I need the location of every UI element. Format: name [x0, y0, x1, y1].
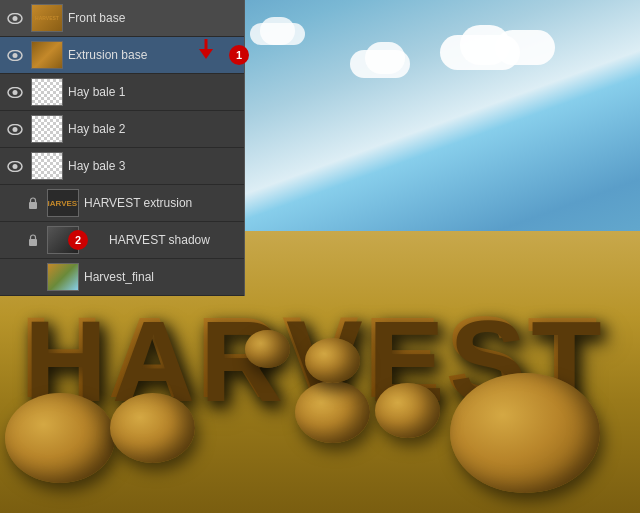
layer-name-hay-2: Hay bale 2: [68, 122, 240, 136]
lock-icon-harvest-final: [26, 270, 40, 284]
layer-name-harvest-final: Harvest_final: [84, 270, 240, 284]
svg-point-1: [13, 16, 18, 21]
layer-row-extrusion-base[interactable]: 1 Extrusion base: [0, 37, 244, 74]
annotation-circle-2: 2: [68, 230, 88, 250]
svg-point-12: [8, 198, 22, 208]
lock-icon-harvest-extrusion: [26, 196, 40, 210]
svg-rect-14: [29, 239, 37, 246]
layer-name-hay-3: Hay bale 3: [68, 159, 240, 173]
annotation-circle-1: 1: [229, 45, 249, 65]
layer-name-harvest-extrusion: HARVEST extrusion: [84, 196, 240, 210]
svg-rect-13: [29, 202, 37, 209]
visibility-eye-hay-1[interactable]: [4, 81, 26, 103]
visibility-eye-harvest-extrusion[interactable]: [4, 192, 26, 214]
thumb-extrusion-base: [31, 41, 63, 69]
hay-bale-far: [305, 338, 360, 383]
hay-bale-mid-left: [110, 393, 195, 463]
layer-row-hay-bale-1[interactable]: Hay bale 1: [0, 74, 244, 111]
layer-name-front-base: Front base: [68, 11, 240, 25]
layer-name-harvest-shadow: HARVEST shadow: [84, 233, 240, 247]
layer-row-hay-bale-3[interactable]: Hay bale 3: [0, 148, 244, 185]
layers-panel: HARVEST Front base 1 Extrusio: [0, 0, 245, 296]
lock-icon-harvest-shadow: [26, 233, 40, 247]
annotation-arrow-1: [198, 39, 214, 63]
visibility-eye-harvest-final[interactable]: [4, 266, 26, 288]
svg-point-11: [13, 164, 18, 169]
hay-bale-right: [450, 373, 600, 493]
hay-bale-mid: [295, 381, 370, 443]
visibility-eye-extrusion-base[interactable]: [4, 44, 26, 66]
layer-row-harvest-extrusion[interactable]: HARVEST HARVEST extrusion: [0, 185, 244, 222]
visibility-eye-hay-3[interactable]: [4, 155, 26, 177]
layer-name-extrusion-base: Extrusion base: [68, 48, 240, 62]
svg-point-5: [13, 53, 18, 58]
svg-point-9: [13, 127, 18, 132]
thumb-front-base: HARVEST: [31, 4, 63, 32]
hay-bale-left: [5, 393, 115, 483]
svg-marker-3: [199, 49, 213, 59]
layer-row-harvest-shadow[interactable]: 2 HARVEST shadow: [0, 222, 244, 259]
visibility-eye-hay-2[interactable]: [4, 118, 26, 140]
layer-row-front-base[interactable]: HARVEST Front base: [0, 0, 244, 37]
hay-bale-distant: [245, 330, 290, 368]
layer-name-hay-1: Hay bale 1: [68, 85, 240, 99]
visibility-eye-front-base[interactable]: [4, 7, 26, 29]
thumb-hay-1: [31, 78, 63, 106]
layer-row-harvest-final[interactable]: Harvest_final: [0, 259, 244, 296]
thumb-harvest-extrusion: HARVEST: [47, 189, 79, 217]
thumb-hay-2: [31, 115, 63, 143]
visibility-eye-harvest-shadow[interactable]: [4, 229, 26, 251]
svg-point-7: [13, 90, 18, 95]
layer-row-hay-bale-2[interactable]: Hay bale 2: [0, 111, 244, 148]
thumb-harvest-final: [47, 263, 79, 291]
hay-bale-small-right: [375, 383, 440, 438]
thumb-hay-3: [31, 152, 63, 180]
main-container: HARVEST HARVEST Front base: [0, 0, 640, 513]
